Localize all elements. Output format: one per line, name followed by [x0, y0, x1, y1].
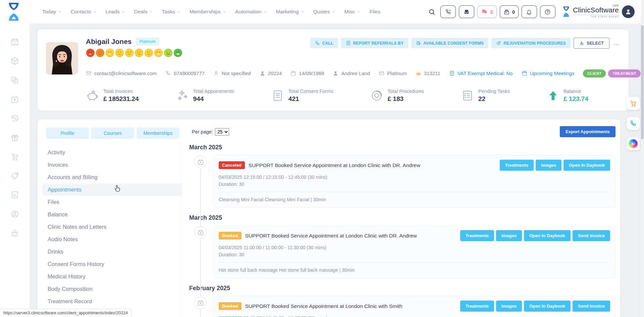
treatments-button[interactable]: Treatments	[500, 160, 534, 171]
rail-tag-icon[interactable]	[10, 171, 19, 180]
facestar-icon	[496, 41, 501, 46]
label-client[interactable]: CLIENT	[583, 69, 606, 77]
tab-profile[interactable]: Profile	[46, 127, 89, 139]
rail-lock-icon[interactable]	[10, 229, 19, 237]
rail-copy-icon[interactable]	[10, 76, 19, 85]
floating-cart-button[interactable]	[627, 97, 640, 110]
nav-item-deals[interactable]: Deals	[134, 9, 153, 15]
user-avatar[interactable]	[622, 5, 635, 18]
rail-calbook-icon[interactable]	[10, 95, 19, 104]
nav-item-marketing[interactable]: Marketing	[276, 9, 304, 15]
stat-value: 944	[193, 95, 234, 103]
ai-icon: AI	[629, 139, 638, 148]
sidebar-item-consent-forms-history[interactable]: Consent Forms History	[42, 258, 183, 270]
rail-calendar12-icon[interactable]: 12	[10, 38, 19, 46]
call-button[interactable]: CALL	[310, 38, 338, 48]
tab-courses[interactable]: Courses	[91, 127, 134, 139]
inbox-button[interactable]	[459, 5, 474, 18]
images-button[interactable]: Images	[496, 230, 522, 241]
treatments-button[interactable]: Treatments	[460, 301, 494, 312]
stat-total-appointments: Total Appointments944	[176, 89, 234, 103]
rail-usercircle-icon[interactable]	[10, 210, 19, 218]
brand-tagline: TEN STEPS AHEAD	[573, 15, 619, 18]
main-area: Abigail Jones Platinum contact@clinicsof…	[30, 23, 644, 317]
notifications-button[interactable]	[522, 5, 537, 18]
mood-face-icon[interactable]	[164, 48, 173, 57]
crown-icon	[416, 70, 421, 76]
scrollbar-thumb[interactable]	[641, 25, 644, 139]
chat-button[interactable]: 3	[477, 5, 496, 18]
send-invoice-button[interactable]: Send Invoice	[573, 230, 610, 241]
open-in-daybook-button[interactable]: Open In Daybook	[524, 230, 571, 241]
sidebar-item-clinic-notes-and-letters[interactable]: Clinic Notes and Letters	[42, 221, 183, 233]
nav-item-leads[interactable]: Leads	[106, 9, 125, 15]
rail-chartdoc-icon[interactable]	[10, 191, 19, 199]
pen-icon	[416, 41, 421, 46]
mood-face-icon[interactable]	[173, 48, 182, 57]
send-invoice-button[interactable]: Send Invoice	[573, 301, 610, 312]
floating-phone-button[interactable]	[627, 117, 640, 130]
phone-icon	[445, 9, 451, 15]
nav-item-automation[interactable]: Automation	[235, 9, 267, 15]
nav-item-tasks[interactable]: Tasks	[162, 9, 180, 15]
open-in-daybook-button[interactable]: Open In Daybook	[564, 160, 610, 171]
open-in-daybook-button[interactable]: Open In Daybook	[524, 301, 571, 312]
card-icon	[379, 70, 384, 76]
treatments-button[interactable]: Treatments	[460, 230, 494, 241]
mood-face-icon[interactable]	[115, 48, 124, 57]
label-treatment[interactable]: TREATMENT	[608, 69, 641, 77]
export-appointments-button[interactable]: Export Appointments	[560, 126, 615, 137]
stat-label: Total Invoices	[103, 89, 139, 94]
till-button[interactable]: 0	[500, 5, 519, 18]
side-tabs: ProfileCoursesMemberships	[38, 127, 188, 139]
nav-item-quotes[interactable]: Quotes	[313, 9, 335, 15]
nav-item-misc[interactable]: Misc	[344, 9, 361, 15]
more-actions-button[interactable]: ...	[612, 41, 621, 46]
mood-face-icon[interactable]	[144, 48, 153, 57]
sidebar-item-invoices[interactable]: Invoices	[42, 159, 183, 171]
report-referrals-by-button[interactable]: REPORT REFERRALS BY	[341, 38, 408, 48]
rail-gift-icon[interactable]	[10, 133, 19, 142]
client-photo[interactable]	[46, 42, 78, 74]
sidebar-item-activity[interactable]: Activity	[42, 146, 183, 159]
sidebar-item-balance[interactable]: Balance	[42, 208, 183, 221]
month-heading: March 2025	[189, 214, 620, 221]
mood-face-icon[interactable]	[105, 48, 114, 57]
search-icon[interactable]	[428, 8, 435, 15]
mood-face-icon[interactable]	[96, 48, 105, 57]
page-scrollbar[interactable]	[641, 0, 644, 317]
nav-item-files[interactable]: Files	[369, 9, 380, 15]
select-button[interactable]: SELECT	[574, 38, 609, 49]
available-consent-forms-button[interactable]: AVAILABLE CONSENT FORMS	[411, 38, 488, 48]
app-logo-icon[interactable]	[6, 2, 21, 21]
sidebar-item-drinks[interactable]: Drinks	[42, 246, 183, 258]
dialer-button[interactable]	[440, 5, 456, 18]
mood-face-icon[interactable]	[86, 48, 95, 57]
floating-ai-button[interactable]: AI	[627, 137, 640, 150]
personf-icon	[260, 70, 265, 76]
appointment-datetime: 04/03/2025 12:15:00 / 12:15:00 - 12:45:0…	[219, 174, 610, 180]
nav-item-contacts[interactable]: Contacts	[70, 9, 96, 15]
tab-memberships[interactable]: Memberships	[137, 127, 179, 139]
mood-face-icon[interactable]	[135, 48, 144, 57]
images-button[interactable]: Images	[536, 160, 561, 171]
sidebar-item-treatment-record[interactable]: Treatment Record	[42, 295, 183, 308]
sidebar-item-audio-notes[interactable]: Audio Notes	[42, 233, 183, 246]
per-page-select[interactable]: 25	[215, 128, 229, 136]
mood-face-icon[interactable]	[125, 48, 134, 57]
nav-item-today[interactable]: Today	[42, 9, 61, 15]
nav-item-memberships[interactable]: Memberships	[190, 9, 226, 15]
sidebar-item-appointments[interactable]: Appointments	[42, 183, 183, 196]
rail-history-icon[interactable]	[10, 114, 19, 123]
images-button[interactable]: Images	[496, 301, 522, 312]
rail-cart-icon[interactable]	[10, 152, 19, 161]
sidebar-item-files[interactable]: Files	[42, 196, 183, 208]
sidebar-item-accounts-and-billing[interactable]: Accounts and Billing	[42, 171, 183, 183]
sidebar-item-body-composition[interactable]: Body Composition	[42, 283, 183, 295]
rail-cube-icon[interactable]	[10, 57, 19, 65]
client-actions-row: CALLREPORT REFERRALS BYAVAILABLE CONSENT…	[310, 38, 621, 49]
mood-face-icon[interactable]	[154, 48, 163, 57]
rejuvenation-procedures-button[interactable]: REJUVENATION PROCEDURES	[491, 38, 571, 48]
help-button[interactable]	[540, 5, 555, 18]
sidebar-item-medical-history[interactable]: Medical History	[42, 270, 183, 283]
